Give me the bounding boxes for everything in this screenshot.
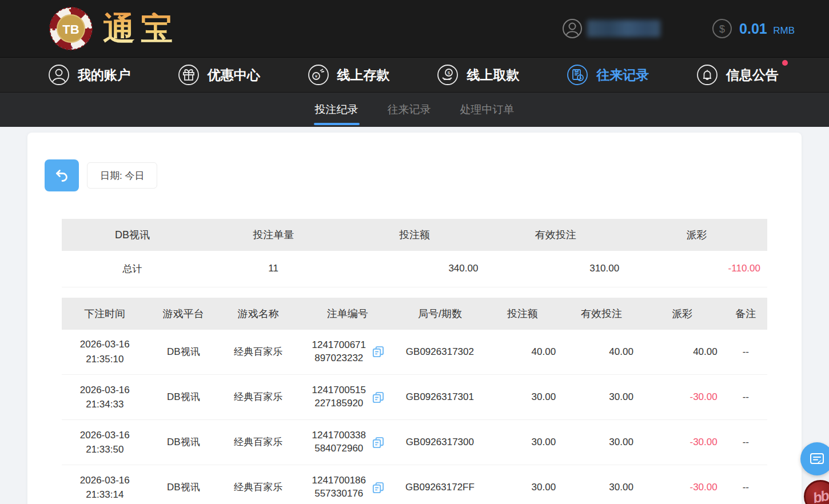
balance-display[interactable]: $ 0.01 RMB (712, 18, 795, 39)
balance-amount: 0.01 (739, 21, 767, 37)
table-row: 2026-03-16 21:35:10 DB视讯 经典百家乐 124170067… (62, 330, 767, 375)
col-round-id: 局号/期数 (397, 298, 482, 330)
summary-col-platform: DB视讯 (62, 219, 203, 251)
summary-table: DB视讯 投注单量 投注额 有效投注 派彩 总计 11 340.00 310.0… (62, 219, 767, 287)
bet-id-cell: 1241700515227185920 (297, 375, 397, 420)
game-name: 经典百家乐 (219, 465, 297, 504)
col-valid-bet: 有效投注 (563, 298, 640, 330)
nav-item-announcements[interactable]: 信息公告 (696, 64, 779, 86)
copy-icon[interactable] (372, 436, 385, 449)
nav-item-deposit[interactable]: ¥ 线上存款 (308, 64, 390, 86)
username-redacted (587, 20, 660, 37)
chat-icon (808, 450, 826, 467)
nav-item-promotions[interactable]: 优惠中心 (178, 64, 260, 86)
main-nav: 我的账户 优惠中心 ¥ 线上存款 (0, 57, 829, 92)
valid-bet: 30.00 (563, 465, 640, 504)
platform: DB视讯 (148, 465, 220, 504)
note: -- (724, 330, 767, 375)
bet-amount: 30.00 (482, 420, 563, 465)
svg-text:$: $ (719, 23, 725, 35)
summary-col-bet-amount: 投注额 (344, 219, 485, 251)
back-arrow-icon (53, 167, 70, 184)
date-filter[interactable]: 日期: 今日 (87, 162, 157, 189)
tab-transaction-records[interactable]: 往来记录 (386, 93, 432, 127)
bb-logo-button[interactable]: bb (804, 480, 829, 504)
nav-item-transaction-records[interactable]: 往来记录 (567, 64, 649, 86)
balance-currency: RMB (773, 25, 795, 36)
user-icon (48, 64, 70, 86)
summary-header-row: DB视讯 投注单量 投注额 有效投注 派彩 (62, 219, 767, 251)
bet-id-cell: 1241700338584072960 (297, 420, 397, 465)
payout: -30.00 (640, 375, 724, 420)
bell-icon (696, 64, 718, 86)
summary-payout: -110.00 (626, 251, 767, 287)
sub-tab-bar: 投注纪录 往来记录 处理中订单 (0, 92, 829, 127)
copy-icon[interactable] (372, 345, 385, 358)
table-row: 2026-03-16 21:34:33 DB视讯 经典百家乐 124170051… (62, 375, 767, 420)
tab-pending-orders[interactable]: 处理中订单 (459, 93, 516, 127)
betting-records-page: TB ♥♦♣♠ 通宝 (0, 0, 829, 504)
site-name: 通宝 (103, 13, 178, 45)
payout: -30.00 (640, 420, 724, 465)
nav-item-my-account[interactable]: 我的账户 (48, 64, 130, 86)
bet-records-table: 下注时间 游戏平台 游戏名称 注单编号 局号/期数 投注额 有效投注 派彩 备注… (62, 298, 767, 504)
col-game-name: 游戏名称 (219, 298, 297, 330)
col-bet-amount: 投注额 (482, 298, 563, 330)
tab-bet-records[interactable]: 投注纪录 (314, 93, 360, 127)
col-bet-time: 下注时间 (62, 298, 148, 330)
site-logo[interactable]: TB ♥♦♣♠ 通宝 (48, 6, 178, 51)
withdraw-icon: $ (437, 64, 459, 86)
payout: -30.00 (640, 465, 724, 504)
bet-header-row: 下注时间 游戏平台 游戏名称 注单编号 局号/期数 投注额 有效投注 派彩 备注 (62, 298, 767, 330)
col-bet-id: 注单编号 (297, 298, 397, 330)
game-name: 经典百家乐 (219, 420, 297, 465)
platform: DB视讯 (148, 375, 220, 420)
deposit-icon: ¥ (308, 64, 329, 86)
svg-text:♠: ♠ (51, 26, 56, 32)
note: -- (724, 375, 767, 420)
records-card: 日期: 今日 DB视讯 投注单量 投注额 有效投注 派彩 总计 (27, 133, 802, 504)
note: -- (724, 420, 767, 465)
platform: DB视讯 (148, 330, 220, 375)
back-button[interactable] (45, 159, 79, 191)
summary-col-bet-count: 投注单量 (203, 219, 344, 251)
bet-time: 2026-03-16 21:34:33 (62, 375, 148, 420)
bet-amount: 30.00 (482, 465, 563, 504)
gift-icon (178, 64, 200, 86)
round-id: GB09263172FF (397, 465, 482, 504)
nav-item-withdraw[interactable]: $ 线上取款 (437, 64, 519, 86)
toolbar: 日期: 今日 (45, 159, 784, 191)
col-platform: 游戏平台 (148, 298, 220, 330)
casino-chip-logo-icon: TB ♥♦♣♠ (48, 6, 94, 51)
game-name: 经典百家乐 (219, 330, 297, 375)
summary-col-payout: 派彩 (626, 219, 767, 251)
game-name: 经典百家乐 (219, 375, 297, 420)
customer-service-button[interactable] (800, 442, 829, 475)
svg-text:♦: ♦ (86, 26, 90, 32)
header-right: $ 0.01 RMB (562, 18, 795, 39)
bet-id-cell: 1241700186557330176 (297, 465, 397, 504)
svg-text:TB: TB (62, 22, 79, 37)
table-row: 2026-03-16 21:33:50 DB视讯 经典百家乐 124170033… (62, 420, 767, 465)
bet-amount: 30.00 (482, 375, 563, 420)
round-id: GB0926317301 (397, 375, 482, 420)
notification-dot (782, 60, 788, 66)
valid-bet: 30.00 (563, 375, 640, 420)
user-account[interactable] (562, 18, 660, 39)
bb-logo: bb (811, 487, 829, 504)
svg-text:♣: ♣ (69, 45, 73, 50)
top-header: TB ♥♦♣♠ 通宝 (0, 0, 829, 57)
user-avatar-icon (562, 18, 583, 39)
bet-id: 1241700671897023232 (310, 339, 368, 365)
records-icon (567, 64, 588, 86)
copy-icon[interactable] (372, 481, 385, 494)
round-id: GB0926317302 (397, 330, 482, 375)
summary-bet-amount: 340.00 (344, 251, 485, 287)
summary-total-row: 总计 11 340.00 310.00 -110.00 (62, 251, 767, 287)
copy-icon[interactable] (372, 391, 385, 404)
summary-total-label: 总计 (62, 251, 203, 287)
platform: DB视讯 (148, 420, 220, 465)
col-note: 备注 (724, 298, 767, 330)
svg-text:♥: ♥ (69, 8, 73, 14)
summary-bet-count: 11 (203, 251, 344, 287)
